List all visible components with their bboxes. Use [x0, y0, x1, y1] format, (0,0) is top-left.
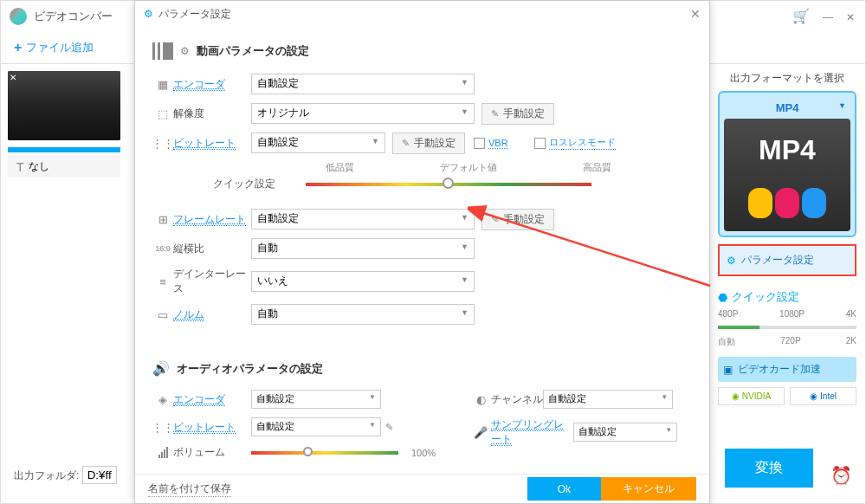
pencil-icon[interactable]: ✎	[385, 422, 393, 433]
resolution-manual-button[interactable]: ✎手動設定	[481, 103, 554, 125]
ok-button[interactable]: Ok	[527, 477, 601, 501]
samplerate-label[interactable]: サンプリングレート	[491, 417, 573, 447]
deinterlace-select[interactable]: いいえ	[251, 271, 475, 292]
quick-settings-title: ⬣ クイック設定	[718, 285, 856, 309]
norm-icon: ▭	[152, 308, 173, 321]
volume-slider[interactable]	[251, 451, 398, 455]
framerate-label[interactable]: フレームレート	[173, 212, 251, 227]
audio-encoder-label[interactable]: エンコーダ	[173, 392, 251, 407]
cancel-button[interactable]: キャンセル	[601, 477, 696, 501]
audio-bitrate-label[interactable]: ビットレート	[173, 420, 251, 435]
resolution-label: 解像度	[173, 107, 251, 121]
gpu-accel-button[interactable]: ▣ ビデオカード加速	[718, 357, 856, 382]
deinterlace-label: デインターレース	[173, 267, 251, 296]
samplerate-icon: 🎤	[470, 426, 491, 439]
app-title: ビデオコンバー	[34, 9, 113, 24]
channel-icon: ◐	[470, 393, 491, 406]
speaker-icon: 🔊	[152, 360, 170, 377]
quality-slider[interactable]	[306, 183, 591, 186]
encoder-label[interactable]: エンコーダ	[173, 77, 251, 92]
output-folder-input[interactable]	[82, 466, 117, 484]
bitrate-label[interactable]: ビットレート	[173, 136, 251, 151]
vbr-checkbox[interactable]: VBR	[474, 138, 508, 149]
resolution-icon: ⬚	[152, 107, 173, 120]
volume-label: ボリューム	[173, 445, 251, 460]
remove-icon[interactable]: ✕	[10, 73, 16, 82]
parameter-settings-button[interactable]: ⚙ パラメータ設定	[718, 244, 856, 276]
channel-label: チャンネル	[491, 392, 543, 407]
quality-slider[interactable]	[718, 326, 856, 329]
progress-bar	[8, 147, 120, 152]
annotation-arrow	[468, 204, 719, 293]
format-preview: MP4	[724, 119, 850, 231]
audio-encoder-icon: ◈	[152, 393, 173, 406]
audio-bitrate-icon: ⋮⋮	[152, 421, 173, 434]
sliders-icon: ⚙	[727, 255, 736, 267]
lossless-checkbox[interactable]: ロスレスモード	[534, 136, 616, 150]
volume-value: 100%	[411, 448, 436, 458]
app-logo	[10, 8, 27, 25]
minimize-button[interactable]: —	[823, 11, 833, 22]
add-file-button[interactable]: + ファイル追加	[14, 40, 94, 55]
volume-icon	[152, 447, 173, 458]
pencil-icon: ✎	[402, 138, 410, 149]
bitrate-manual-button[interactable]: ✎手動設定	[392, 132, 465, 154]
norm-label[interactable]: ノルム	[173, 307, 251, 322]
framerate-icon: ⊞	[152, 213, 173, 226]
close-icon[interactable]: ✕	[690, 7, 701, 21]
chip-icon: ▣	[723, 364, 733, 376]
audio-encoder-select[interactable]: 自動設定	[251, 390, 381, 409]
bitrate-icon: ⋮⋮	[152, 137, 173, 150]
encoder-icon: ▦	[152, 78, 173, 91]
svg-line-1	[481, 212, 710, 286]
convert-button[interactable]: 変換	[725, 449, 813, 488]
resolution-select[interactable]: オリジナル	[251, 103, 475, 124]
dialog-title: パラメータ設定	[158, 7, 231, 22]
norm-select[interactable]: 自動	[251, 304, 475, 325]
encoder-select[interactable]: 自動設定	[251, 74, 475, 94]
alarm-icon[interactable]: ⏰	[830, 465, 852, 486]
gauge-icon: ⬣	[718, 291, 727, 304]
nvidia-badge[interactable]: ◉NVIDIA	[718, 387, 785, 405]
quick-set-label: クイック設定	[213, 177, 275, 191]
save-as-link[interactable]: 名前を付けて保存	[148, 481, 231, 497]
film-icon	[152, 42, 173, 60]
audio-bitrate-select[interactable]: 自動設定	[251, 417, 381, 436]
aspect-icon: 16:9	[152, 244, 173, 253]
video-section-title: 動画パラメータの設定	[197, 43, 309, 59]
format-card[interactable]: MP4 MP4	[718, 91, 856, 237]
gear-icon: ⚙	[180, 45, 190, 57]
video-thumbnail[interactable]: ✕	[8, 71, 120, 140]
format-select[interactable]: MP4	[724, 97, 850, 119]
plus-icon: +	[14, 40, 22, 55]
output-folder-label: 出力フォルダ:	[14, 469, 79, 481]
intel-badge[interactable]: ◉Intel	[790, 387, 856, 405]
framerate-select[interactable]: 自動設定	[251, 209, 475, 229]
bitrate-select[interactable]: 自動設定	[251, 132, 385, 153]
samplerate-select[interactable]: 自動設定	[573, 423, 677, 442]
deinterlace-icon: ≡	[152, 275, 173, 288]
aspect-label: 縦横比	[173, 242, 251, 256]
channel-select[interactable]: 自動設定	[543, 390, 673, 409]
aspect-select[interactable]: 自動	[251, 238, 475, 259]
cart-icon[interactable]: 🛒	[792, 8, 810, 24]
subtitle-label[interactable]: T なし	[8, 156, 120, 178]
pencil-icon: ✎	[491, 108, 499, 120]
close-button[interactable]: ✕	[846, 11, 856, 22]
output-format-header: 出力フォーマットを選択	[718, 66, 856, 91]
audio-section-title: オーディオパラメータの設定	[177, 361, 323, 377]
sliders-icon: ⚙	[144, 8, 153, 20]
